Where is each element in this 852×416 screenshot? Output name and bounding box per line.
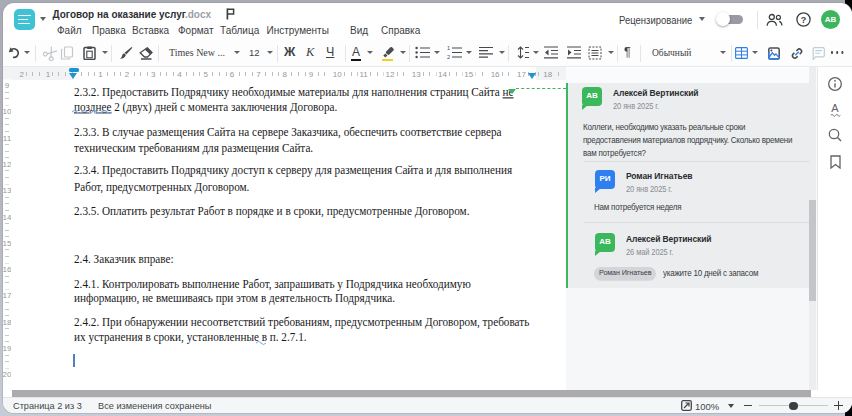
svg-text:А: А (831, 102, 839, 114)
svg-text:1: 1 (447, 46, 450, 51)
svg-text:?: ? (801, 15, 807, 25)
svg-text:2: 2 (447, 54, 450, 59)
